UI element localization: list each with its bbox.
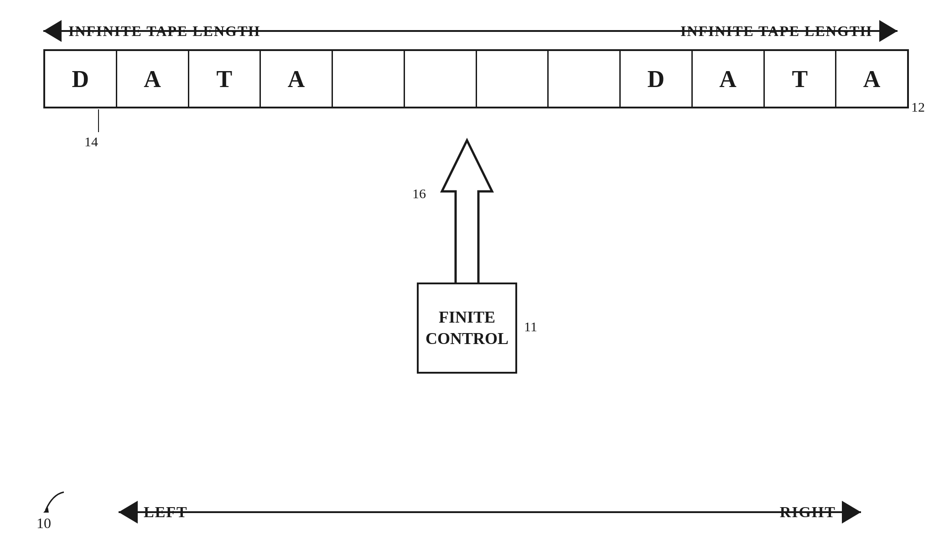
tape-label-left: INFINITE TAPE LENGTH [68,23,260,40]
finite-control-box: FINITE CONTROL [417,283,517,374]
tape-cell-4 [333,51,405,107]
tape-cell-0: D [45,51,117,107]
svg-marker-3 [442,140,492,287]
ref-14-container: 14 [84,109,99,149]
right-label: RIGHT [780,503,836,521]
lr-arrow-line [119,511,861,513]
left-label: LEFT [144,503,188,521]
ref-14: 14 [84,134,99,149]
left-right-arrow: LEFT RIGHT [119,496,861,528]
ref-11: 11 [524,319,537,334]
tape-cell-7 [549,51,621,107]
ref-12: 12 [911,99,925,115]
tape-cell-6 [477,51,549,107]
tape-cell-10: T [765,51,837,107]
infinite-tape-arrow: INFINITE TAPE LENGTH INFINITE TAPE LENGT… [43,17,898,45]
tape-arrowhead-right [879,20,898,42]
tape-label-right: INFINITE TAPE LENGTH [680,23,872,40]
tape-cell-11: A [836,51,907,107]
finite-control-label: FINITE CONTROL [425,307,509,349]
ref-10: 10 [36,515,51,532]
lr-arrowhead-right [842,501,861,524]
tape-cell-9: A [693,51,765,107]
ref-14-line [98,109,99,132]
tape-strip: D A T A D A T A [43,49,909,108]
lr-arrowhead-left [119,501,138,524]
tape-cell-5 [405,51,477,107]
tape-cell-3: A [261,51,333,107]
tape-cell-1: A [117,51,189,107]
ref-16: 16 [412,186,426,201]
up-arrow-clean [440,137,494,289]
tape-cell-8: D [621,51,693,107]
tape-cell-2: T [189,51,261,107]
tape-arrowhead-left [43,20,62,42]
ref-10-curve-arrow [39,490,71,517]
turing-machine-diagram: INFINITE TAPE LENGTH INFINITE TAPE LENGT… [0,0,934,560]
